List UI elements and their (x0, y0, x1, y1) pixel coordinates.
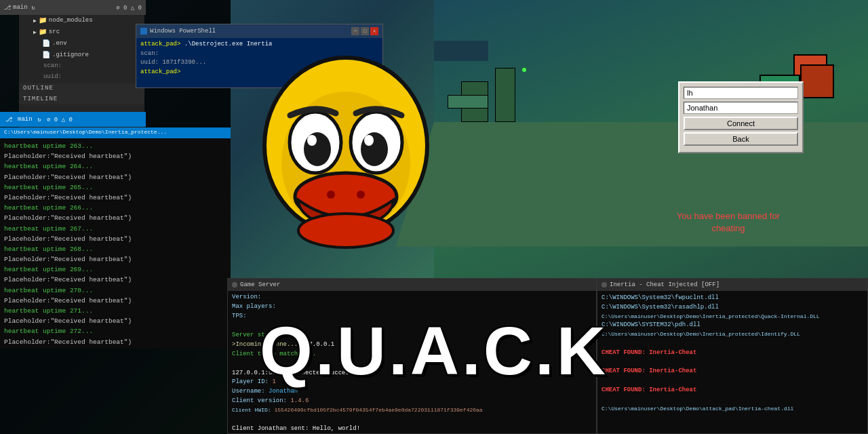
file-tree-item-src[interactable]: ▶ 📁 src (19, 26, 144, 38)
file-tree-item-gitignore[interactable]: 📄 .gitignore (19, 50, 144, 61)
vscode-branch-icon: ⎇ (4, 4, 11, 12)
cheat-path: C:\Users\mainuser\Desktop\Demo\Inertia_p… (601, 331, 800, 337)
folder-icon: 📁 (39, 27, 47, 37)
gs-line: Version: (232, 293, 592, 302)
svg-point-5 (361, 132, 388, 166)
vscode-sync-icon: ↻ (32, 4, 35, 12)
connect-dialog: Connect Back (678, 81, 804, 153)
gs-key: Client version: (232, 397, 287, 404)
cheat-line: C:\WINDOWS\System32\rasadhlp.dll (601, 303, 863, 313)
vscode-statusbar: ⎇ main ↻ ⊘ 0 △ 0 (0, 112, 146, 127)
cheat-line: C:\WINDOWS\System32\fwpuclnt.dll (601, 294, 863, 303)
ps-output-uuid: uuid: 1871f3390... (140, 59, 206, 66)
cheat-title: Inertia - Cheat Injected [OFF] (610, 281, 719, 288)
server-address-input[interactable] (684, 87, 798, 99)
cheat-found-3: CHEAT FOUND: Inertia-Cheat (601, 386, 863, 395)
cheat-line: C:\Users\mainuser\Desktop\Demo\attack_pa… (601, 405, 863, 413)
back-button[interactable]: Back (684, 132, 798, 146)
cheat-line (601, 376, 863, 386)
file-tree-item-node-modules[interactable]: ▶ 📁 node_modules (19, 15, 144, 26)
cheat-terminal: Inertia - Cheat Injected [OFF] C:\WINDOW… (597, 278, 868, 434)
file-item-label: node_modules (49, 16, 93, 26)
powershell-titlebar: Windows PowerShell ─ □ ✕ (136, 24, 382, 38)
close-button[interactable]: ✕ (370, 27, 378, 35)
terminal-line: heartbeat uptime 264... (4, 161, 226, 172)
terminal-path-text: C:\Users\mainuser\Desktop\Demo\Inertia_p… (4, 129, 167, 135)
ban-line-1: You have been banned for (677, 210, 780, 222)
outline-label: OUTLINE (23, 84, 54, 94)
ps-prompt: attack_pad> (140, 41, 180, 47)
terminal-dot (601, 282, 607, 288)
file-tree-uuid: uuid: (19, 72, 144, 83)
statusbar-branch: ⎇ (5, 116, 12, 123)
maximize-button[interactable]: □ (361, 27, 369, 35)
statusbar-branch-name: main (18, 116, 33, 123)
terminal-line: heartbeat uptime 273... (4, 347, 226, 349)
terminal-line: heartbeat uptime 263... (4, 141, 226, 151)
cheat-line (601, 395, 863, 405)
cheat-content: C:\WINDOWS\System32\fwpuclnt.dll C:\WIND… (597, 291, 867, 416)
ban-line-2: cheating (677, 222, 780, 235)
file-icon: 📄 (42, 50, 50, 60)
terminal-line: Placeholder:"Received heartbeat") (4, 275, 226, 285)
svg-point-4 (304, 132, 331, 166)
vscode-errors: ⊘ 0 △ 0 (116, 4, 142, 12)
timeline-label: TIMELINE (23, 95, 58, 104)
terminal-line: heartbeat uptime 271... (4, 306, 226, 316)
username-input[interactable] (684, 102, 798, 114)
terminal-left-panel: heartbeat uptime 263... Placeholder:"Rec… (0, 138, 231, 349)
expand-arrow-icon: ▶ (33, 17, 37, 25)
gs-key: Max players: (232, 303, 276, 310)
cheat-path: C:\WINDOWS\System32\fwpuclnt.dll (601, 294, 719, 301)
terminal-line: Placeholder:"Received heartbeat") (4, 151, 226, 161)
gs-line: Client Jonathan sent: Hello, world! (232, 425, 592, 434)
terminal-line: Placeholder:"Received heartbeat") (4, 316, 226, 326)
file-tree-item-env[interactable]: 📄 .env (19, 38, 144, 50)
terminal-line: Placeholder:"Received heartbeat") (4, 234, 226, 244)
svg-point-6 (307, 135, 317, 146)
cheat-line: C:\Users\mainuser\Desktop\Demo\Inertia_p… (601, 313, 863, 321)
quack-title: Q.U.A.C.K (237, 312, 631, 390)
cheat-line (601, 339, 863, 349)
gs-hwid: 155426496cfbd105f2bc4579f04354f7eb4ae9e0… (271, 407, 483, 413)
cheat-line: C:\Users\mainuser\Desktop\Demo\Inertia_p… (601, 330, 863, 338)
terminal-line: heartbeat uptime 266... (4, 203, 226, 213)
gs-line: Max players: (232, 302, 592, 312)
cheat-line (601, 357, 863, 367)
terminal-line: heartbeat uptime 272... (4, 326, 226, 336)
file-tree-section-timeline: TIMELINE (19, 94, 144, 105)
svg-point-10 (357, 191, 365, 199)
terminal-line: heartbeat uptime 269... (4, 264, 226, 275)
terminal-path-bar: C:\Users\mainuser\Desktop\Demo\Inertia_p… (0, 127, 231, 138)
statusbar-sync-icon: ↻ (38, 116, 41, 123)
vscode-topbar: ⎇ main ↻ ⊘ 0 △ 0 (0, 0, 146, 15)
cheat-titlebar: Inertia - Cheat Injected [OFF] (597, 279, 867, 291)
gs-key: Version: (232, 294, 261, 300)
terminal-line: heartbeat uptime 265... (4, 182, 226, 193)
gs-version: 1.4.6 (287, 397, 309, 404)
duck-mascot (251, 37, 441, 288)
gs-client-msg: Client Jonathan sent: Hello, world! (232, 425, 360, 432)
file-item-label: .gitignore (52, 51, 89, 60)
cheat-path: C:\Users\mainuser\Desktop\Demo\Inertia_p… (601, 313, 820, 319)
connect-button[interactable]: Connect (684, 117, 798, 130)
file-tree-section-outline: OUTLINE (19, 83, 144, 94)
terminal-line: heartbeat uptime 267... (4, 224, 226, 234)
svg-point-9 (327, 191, 335, 199)
gs-key: Client HWID: (232, 407, 271, 413)
uuid-label: uuid: (43, 73, 62, 82)
folder-icon: 📁 (39, 16, 47, 26)
cheat-path: C:\WINDOWS\System32\rasadhlp.dll (601, 304, 719, 311)
file-tree-scan: scan: (19, 61, 144, 72)
minimize-button[interactable]: ─ (351, 27, 359, 35)
terminal-line: heartbeat uptime 270... (4, 285, 226, 296)
gs-line: Client version: 1.4.6 (232, 397, 592, 406)
file-item-label: src (49, 28, 60, 37)
file-item-label: .env (52, 39, 67, 49)
cheat-found-2: CHEAT FOUND: Inertia-Cheat (601, 367, 863, 376)
cheat-line: C:\WINDOWS\SYSTEM32\pdh.dll (601, 321, 863, 330)
terminal-dot (232, 282, 237, 288)
vscode-branch-label: main (13, 4, 28, 11)
terminal-line: Placeholder:"Received heartbeat") (4, 193, 226, 203)
scan-label: scan: (43, 62, 62, 71)
